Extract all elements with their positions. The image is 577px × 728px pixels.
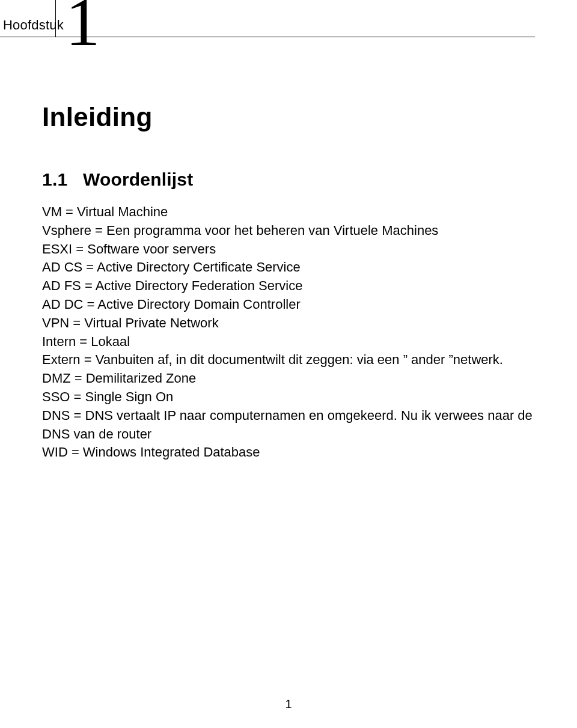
definition-line: AD FS = Active Directory Federation Serv…	[42, 277, 535, 296]
definition-line: Extern = Vanbuiten af, in dit documentwi…	[42, 351, 535, 369]
chapter-label: Hoofdstuk	[3, 17, 64, 33]
section-heading: 1.1 Woordenlijst	[42, 169, 577, 190]
definition-line: VPN = Virtual Private Network	[42, 314, 535, 333]
body-text: VM = Virtual Machine Vsphere = Een progr…	[42, 203, 535, 462]
definition-line: SSO = Single Sign On	[42, 388, 535, 407]
definition-line: Vsphere = Een programma voor het beheren…	[42, 222, 535, 240]
definition-line: ESXI = Software voor servers	[42, 240, 535, 259]
section-title: Woordenlijst	[83, 169, 194, 189]
definition-line: DMZ = Demilitarized Zone	[42, 369, 535, 388]
definition-line: VM = Virtual Machine	[42, 203, 535, 222]
chapter-rule-long	[56, 37, 535, 37]
chapter-number: 1	[66, 0, 100, 56]
definition-line: AD CS = Active Directory Certificate Ser…	[42, 258, 535, 277]
chapter-title: Inleiding	[42, 102, 577, 132]
section-number: 1.1	[42, 169, 67, 189]
chapter-header: Hoofdstuk 1	[0, 0, 577, 66]
definition-line: DNS = DNS vertaalt IP naar computernamen…	[42, 407, 535, 444]
definition-line: AD DC = Active Directory Domain Controll…	[42, 296, 535, 314]
page-number: 1	[0, 697, 577, 711]
definition-line: WID = Windows Integrated Database	[42, 443, 535, 462]
definition-line: Intern = Lokaal	[42, 333, 535, 351]
document-page: Hoofdstuk 1 Inleiding 1.1 Woordenlijst V…	[0, 0, 577, 728]
